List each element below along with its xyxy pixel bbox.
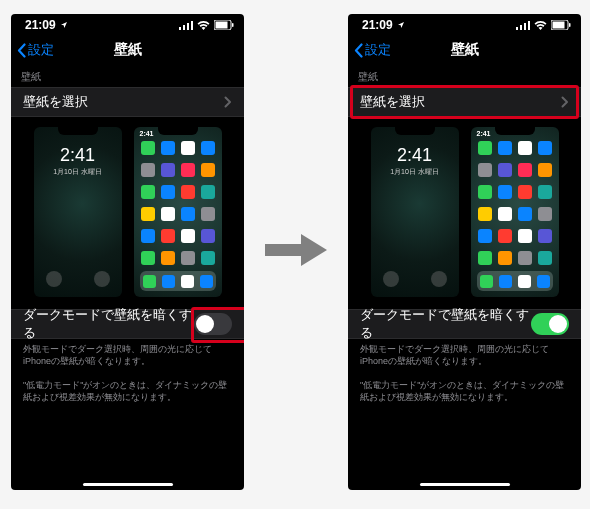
svg-rect-7	[265, 244, 305, 256]
nav-title: 壁紙	[451, 41, 479, 59]
lockscreen-preview[interactable]: 2:41 1月10日 水曜日	[34, 127, 122, 297]
status-bar: 21:09	[11, 14, 244, 36]
footnote-lowpower: "低電力モード"がオンのときは、ダイナミックの壁紙および視差効果が無効になります…	[11, 375, 244, 411]
app-icon	[498, 163, 512, 177]
app-icon	[498, 251, 512, 265]
select-wallpaper-label: 壁紙を選択	[23, 93, 88, 111]
svg-rect-5	[216, 22, 228, 29]
app-icon	[538, 229, 552, 243]
dark-dim-toggle-row: ダークモードで壁紙を暗くする	[348, 309, 581, 339]
homescreen-preview[interactable]: 2:41	[471, 127, 559, 297]
status-time: 21:09	[25, 18, 56, 32]
svg-rect-3	[191, 21, 193, 30]
wifi-icon	[534, 21, 547, 30]
svg-marker-8	[301, 234, 327, 266]
app-icon	[181, 163, 195, 177]
dock-app-icon	[162, 275, 175, 288]
signal-icon	[516, 21, 530, 30]
app-icon	[518, 251, 532, 265]
app-icon	[141, 207, 155, 221]
app-icon	[498, 229, 512, 243]
app-icon	[141, 229, 155, 243]
section-header: 壁紙	[348, 64, 581, 87]
app-icon	[518, 141, 532, 155]
camera-icon	[431, 271, 447, 287]
app-icon	[181, 185, 195, 199]
lockscreen-preview[interactable]: 2:41 1月10日 水曜日	[371, 127, 459, 297]
app-icon	[181, 229, 195, 243]
svg-rect-0	[179, 27, 181, 30]
dock-app-icon	[200, 275, 213, 288]
app-icon	[141, 141, 155, 155]
phone-screenshot-after: 21:09 設定 壁紙 壁紙 壁紙を選択 2:41 1月10日 水曜日	[348, 14, 581, 490]
back-button[interactable]: 設定	[354, 36, 391, 64]
wallpaper-previews: 2:41 1月10日 水曜日 2:41	[11, 117, 244, 309]
app-icon	[161, 185, 175, 199]
select-wallpaper-row[interactable]: 壁紙を選択	[348, 87, 581, 117]
home-indicator[interactable]	[83, 483, 173, 486]
svg-rect-14	[553, 22, 565, 29]
status-time: 21:09	[362, 18, 393, 32]
app-icon	[201, 251, 215, 265]
homescreen-preview[interactable]: 2:41	[134, 127, 222, 297]
app-icon	[141, 185, 155, 199]
back-label: 設定	[365, 41, 391, 59]
app-icon	[498, 207, 512, 221]
app-icon	[498, 141, 512, 155]
lock-time: 2:41	[34, 145, 122, 166]
app-icon	[201, 229, 215, 243]
wallpaper-previews: 2:41 1月10日 水曜日 2:41	[348, 117, 581, 309]
svg-rect-15	[569, 23, 571, 27]
app-icon	[478, 141, 492, 155]
app-icon	[518, 185, 532, 199]
home-indicator[interactable]	[420, 483, 510, 486]
app-icon	[538, 163, 552, 177]
back-label: 設定	[28, 41, 54, 59]
app-icon	[538, 185, 552, 199]
home-preview-time: 2:41	[477, 130, 491, 137]
footnote-dim: 外観モードでダーク選択時、周囲の光に応じてiPhoneの壁紙が暗くなります。	[11, 339, 244, 375]
lock-time: 2:41	[371, 145, 459, 166]
app-icon	[478, 185, 492, 199]
svg-rect-1	[183, 25, 185, 30]
dark-dim-toggle-row: ダークモードで壁紙を暗くする	[11, 309, 244, 339]
dock-app-icon	[518, 275, 531, 288]
comparison-stage: { "status": { "time": "21:09", "location…	[0, 0, 590, 509]
app-icon	[498, 185, 512, 199]
svg-rect-9	[516, 27, 518, 30]
app-icon	[518, 163, 532, 177]
app-icon	[181, 207, 195, 221]
app-icon	[478, 229, 492, 243]
lock-date: 1月10日 水曜日	[371, 167, 459, 177]
app-icon	[161, 163, 175, 177]
section-header: 壁紙	[11, 64, 244, 87]
select-wallpaper-label: 壁紙を選択	[360, 93, 425, 111]
app-icon	[478, 251, 492, 265]
nav-bar: 設定 壁紙	[348, 36, 581, 64]
signal-icon	[179, 21, 193, 30]
location-icon	[60, 21, 68, 29]
dark-dim-toggle[interactable]	[194, 313, 232, 335]
svg-rect-11	[524, 23, 526, 30]
app-icon	[201, 163, 215, 177]
dock-app-icon	[499, 275, 512, 288]
arrow-right-icon	[261, 230, 331, 270]
app-icon	[518, 229, 532, 243]
lock-date: 1月10日 水曜日	[34, 167, 122, 177]
app-icon	[161, 207, 175, 221]
app-icon	[201, 207, 215, 221]
app-icon	[538, 251, 552, 265]
svg-rect-6	[232, 23, 234, 27]
dock-app-icon	[143, 275, 156, 288]
torch-icon	[46, 271, 62, 287]
app-icon	[161, 229, 175, 243]
dark-dim-toggle[interactable]	[531, 313, 569, 335]
app-icon	[141, 251, 155, 265]
dark-dim-label: ダークモードで壁紙を暗くする	[23, 306, 194, 342]
select-wallpaper-row[interactable]: 壁紙を選択	[11, 87, 244, 117]
app-icon	[478, 207, 492, 221]
home-preview-time: 2:41	[140, 130, 154, 137]
back-button[interactable]: 設定	[17, 36, 54, 64]
svg-rect-10	[520, 25, 522, 30]
battery-icon	[551, 20, 571, 30]
